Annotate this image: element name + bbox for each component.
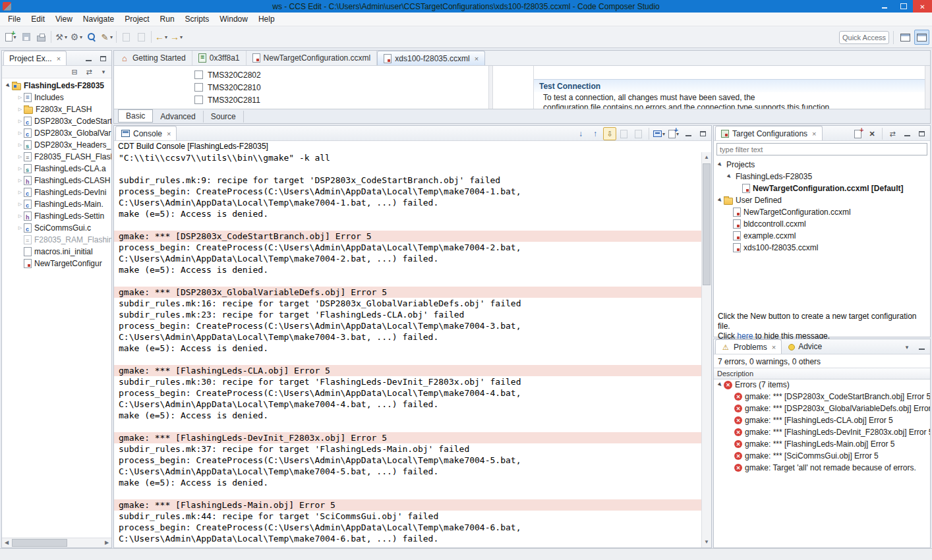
- tree-item[interactable]: ▶ FlashingLeds-F28035: [2, 80, 111, 92]
- close-icon[interactable]: [772, 343, 776, 351]
- toolbar-button[interactable]: [682, 127, 695, 140]
- description-column-header[interactable]: Description: [714, 368, 930, 379]
- toolbar-button[interactable]: [900, 341, 914, 354]
- device-checkbox[interactable]: [194, 96, 203, 104]
- expand-arrow-icon[interactable]: ▷: [16, 130, 24, 136]
- menu-item[interactable]: Help: [253, 13, 280, 26]
- quick-access[interactable]: Quick Access: [839, 31, 889, 44]
- tree-item[interactable]: F28035_RAM_Flashin: [2, 234, 111, 246]
- toolbar-button[interactable]: [649, 128, 649, 140]
- toolbar-button[interactable]: [169, 30, 184, 45]
- window-control-button[interactable]: [894, 0, 913, 13]
- editor-scrollbar[interactable]: [925, 66, 930, 110]
- filter-input[interactable]: [716, 143, 927, 155]
- perspective-button[interactable]: [914, 30, 929, 45]
- editor-form-tab[interactable]: Advanced: [153, 111, 203, 123]
- device-list-scrollbar[interactable]: [488, 66, 493, 110]
- tree-item[interactable]: ▷ Includes: [2, 92, 111, 103]
- tree-item[interactable]: gmake: *** [FlashingLeds-CLA.obj] Error …: [714, 414, 930, 426]
- expand-arrow-icon[interactable]: ▷: [16, 107, 24, 112]
- toolbar-button[interactable]: [882, 128, 883, 140]
- expand-arrow-icon[interactable]: ▶: [716, 160, 724, 169]
- toolbar-button[interactable]: [154, 30, 169, 45]
- tree-item[interactable]: NewTargetConfiguration.ccxml [Default]: [714, 182, 930, 194]
- toolbar-button[interactable]: [667, 127, 680, 140]
- horizontal-scrollbar[interactable]: [2, 538, 111, 547]
- tab-problems[interactable]: Problems: [715, 339, 782, 354]
- menu-item[interactable]: View: [50, 13, 78, 26]
- panel-button[interactable]: [82, 52, 95, 65]
- tree-item[interactable]: ▷ DSP2803x_CodeStart: [2, 115, 111, 127]
- tree-item[interactable]: ▷ FlashingLeds-CLASH: [2, 175, 111, 186]
- toolbar-button[interactable]: [915, 127, 928, 140]
- tab-target-configurations[interactable]: Target Configurations: [715, 126, 823, 140]
- toolbar-button[interactable]: [34, 30, 49, 45]
- close-icon[interactable]: [812, 130, 816, 138]
- expand-arrow-icon[interactable]: ▷: [16, 178, 24, 183]
- menu-item[interactable]: Navigate: [78, 13, 119, 26]
- toolbar-button[interactable]: [82, 65, 96, 78]
- toolbar-button[interactable]: [51, 31, 51, 43]
- menu-item[interactable]: Window: [214, 13, 253, 26]
- window-control-button[interactable]: [875, 0, 894, 13]
- menu-item[interactable]: Run: [155, 13, 180, 26]
- toolbar-button[interactable]: [886, 127, 899, 140]
- tree-item[interactable]: gmake: *** [DSP2803x_CodeStartBranch.obj…: [714, 391, 930, 403]
- tree-item[interactable]: gmake: *** [DSP2803x_GlobalVariableDefs.…: [714, 403, 930, 414]
- tree-item[interactable]: ▷ FlashingLeds-Main.: [2, 198, 111, 210]
- tree-item[interactable]: NewTargetConfigur: [2, 258, 111, 269]
- scrollbar-thumb[interactable]: [12, 539, 67, 547]
- editor-tab[interactable]: NewTargetConfiguration.ccxml: [247, 51, 378, 65]
- toolbar-button[interactable]: [653, 127, 666, 140]
- toolbar-button[interactable]: [696, 127, 709, 140]
- expand-arrow-icon[interactable]: ▷: [16, 213, 24, 219]
- tree-item[interactable]: xds100-f28035.ccxml: [714, 242, 930, 254]
- toolbar-button[interactable]: [116, 31, 117, 43]
- menu-item[interactable]: Scripts: [180, 13, 215, 26]
- toolbar-button[interactable]: [68, 65, 81, 78]
- toolbar-button[interactable]: [589, 127, 602, 140]
- toolbar-button[interactable]: [18, 30, 34, 45]
- scrollbar-thumb[interactable]: [703, 163, 711, 285]
- expand-arrow-icon[interactable]: ▷: [16, 95, 24, 100]
- toolbar-button[interactable]: [900, 127, 914, 140]
- editor-tab[interactable]: Getting Started: [114, 51, 192, 65]
- tree-item[interactable]: gmake: Target 'all' not remade because o…: [714, 462, 930, 474]
- tree-item[interactable]: ▷ FlashingLeds-DevIni: [2, 186, 111, 198]
- toolbar-button[interactable]: [618, 127, 631, 140]
- tree-item[interactable]: ▷ F2803x_FLASH: [2, 103, 111, 115]
- device-checkbox[interactable]: [194, 83, 203, 92]
- tree-item[interactable]: gmake: *** [FlashingLeds-Main.obj] Error…: [714, 438, 930, 450]
- tab-console[interactable]: Console: [115, 126, 177, 140]
- expand-arrow-icon[interactable]: ▷: [16, 142, 24, 148]
- toolbar-button[interactable]: [84, 30, 99, 45]
- toolbar-button[interactable]: [151, 31, 152, 43]
- expand-arrow-icon[interactable]: ▷: [16, 225, 24, 231]
- toolbar-button[interactable]: [915, 341, 928, 354]
- tree-item[interactable]: ▷ DSP2803x_GlobalVar: [2, 127, 111, 139]
- toolbar-button[interactable]: [53, 30, 69, 45]
- tree-item[interactable]: gmake: *** [SciCommsGui.obj] Error 5: [714, 450, 930, 462]
- tree-item[interactable]: NewTargetConfiguration.ccxml: [714, 206, 930, 218]
- tree-item[interactable]: macros.ini_initial: [2, 246, 111, 258]
- toolbar-button[interactable]: [865, 127, 879, 140]
- toolbar-button[interactable]: [134, 30, 149, 45]
- window-control-button[interactable]: [913, 0, 932, 13]
- toolbar-button[interactable]: [119, 30, 134, 45]
- scroll-left-icon[interactable]: [2, 538, 11, 547]
- tree-item[interactable]: ▷ FlashingLeds-CLA.a: [2, 163, 111, 175]
- tree-item[interactable]: ▶ FlashingLeds-F28035: [714, 171, 930, 182]
- tree-item[interactable]: ▷ SciCommsGui.c: [2, 222, 111, 234]
- tree-item[interactable]: example.ccxml: [714, 230, 930, 242]
- toolbar-button[interactable]: [851, 127, 864, 140]
- editor-form-tab[interactable]: Basic: [118, 109, 153, 123]
- close-icon[interactable]: [167, 130, 171, 138]
- tree-item[interactable]: bldccontroll.ccxml: [714, 218, 930, 230]
- toolbar-button[interactable]: [574, 127, 587, 140]
- editor-tab[interactable]: xds100-f28035.ccxml: [377, 51, 485, 65]
- tree-item[interactable]: ▷ F28035_FLASH_Flash: [2, 151, 111, 163]
- expand-arrow-icon[interactable]: ▷: [16, 166, 24, 171]
- toolbar-button[interactable]: [69, 30, 84, 45]
- toolbar-button[interactable]: [3, 30, 18, 45]
- editor-tab[interactable]: 0x3ff8a1: [192, 51, 247, 65]
